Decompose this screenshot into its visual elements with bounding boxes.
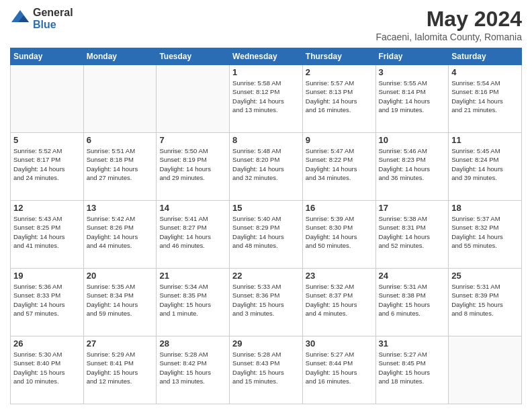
table-row: 19Sunrise: 5:36 AM Sunset: 8:33 PM Dayli… <box>11 269 84 336</box>
table-row <box>83 65 157 133</box>
day-info: Sunrise: 5:28 AM Sunset: 8:43 PM Dayligh… <box>232 350 300 385</box>
col-tuesday: Tuesday <box>157 48 230 65</box>
day-info: Sunrise: 5:27 AM Sunset: 8:44 PM Dayligh… <box>306 350 373 385</box>
day-info: Sunrise: 5:57 AM Sunset: 8:13 PM Dayligh… <box>306 79 373 114</box>
calendar-week-row: 1Sunrise: 5:58 AM Sunset: 8:12 PM Daylig… <box>11 65 522 133</box>
day-number: 5 <box>13 135 81 145</box>
page: General Blue May 2024 Facaeni, Ialomita … <box>0 0 532 411</box>
table-row: 9Sunrise: 5:47 AM Sunset: 8:22 PM Daylig… <box>302 133 375 201</box>
day-info: Sunrise: 5:46 AM Sunset: 8:23 PM Dayligh… <box>379 146 446 182</box>
table-row: 8Sunrise: 5:48 AM Sunset: 8:20 PM Daylig… <box>230 133 303 201</box>
day-info: Sunrise: 5:45 AM Sunset: 8:24 PM Dayligh… <box>451 146 519 182</box>
day-info: Sunrise: 5:32 AM Sunset: 8:37 PM Dayligh… <box>306 282 373 318</box>
col-wednesday: Wednesday <box>230 48 303 65</box>
day-info: Sunrise: 5:27 AM Sunset: 8:45 PM Dayligh… <box>379 350 446 385</box>
table-row: 23Sunrise: 5:32 AM Sunset: 8:37 PM Dayli… <box>302 269 375 336</box>
table-row: 21Sunrise: 5:34 AM Sunset: 8:35 PM Dayli… <box>157 269 230 336</box>
col-saturday: Saturday <box>449 48 522 65</box>
day-info: Sunrise: 5:54 AM Sunset: 8:16 PM Dayligh… <box>451 79 519 114</box>
table-row <box>157 65 230 133</box>
table-row <box>449 336 522 404</box>
table-row: 20Sunrise: 5:35 AM Sunset: 8:34 PM Dayli… <box>83 269 157 336</box>
day-info: Sunrise: 5:48 AM Sunset: 8:20 PM Dayligh… <box>232 146 300 182</box>
day-info: Sunrise: 5:35 AM Sunset: 8:34 PM Dayligh… <box>87 282 154 318</box>
table-row: 1Sunrise: 5:58 AM Sunset: 8:12 PM Daylig… <box>230 65 303 133</box>
table-row: 25Sunrise: 5:31 AM Sunset: 8:39 PM Dayli… <box>449 269 522 336</box>
day-number: 1 <box>232 67 300 77</box>
day-info: Sunrise: 5:47 AM Sunset: 8:22 PM Dayligh… <box>306 146 373 182</box>
day-info: Sunrise: 5:51 AM Sunset: 8:18 PM Dayligh… <box>87 146 154 182</box>
table-row: 18Sunrise: 5:37 AM Sunset: 8:32 PM Dayli… <box>449 201 522 269</box>
day-number: 12 <box>13 203 81 213</box>
day-number: 22 <box>232 271 300 281</box>
day-number: 21 <box>159 271 226 281</box>
table-row: 7Sunrise: 5:50 AM Sunset: 8:19 PM Daylig… <box>157 133 230 201</box>
day-info: Sunrise: 5:38 AM Sunset: 8:31 PM Dayligh… <box>379 214 446 250</box>
table-row: 26Sunrise: 5:30 AM Sunset: 8:40 PM Dayli… <box>11 336 84 404</box>
col-sunday: Sunday <box>11 48 84 65</box>
table-row: 24Sunrise: 5:31 AM Sunset: 8:38 PM Dayli… <box>375 269 449 336</box>
day-info: Sunrise: 5:39 AM Sunset: 8:30 PM Dayligh… <box>306 214 373 250</box>
day-number: 29 <box>232 338 300 349</box>
day-number: 6 <box>87 135 154 145</box>
day-number: 15 <box>232 203 300 213</box>
day-number: 14 <box>159 203 226 213</box>
logo-general: General <box>33 7 73 19</box>
logo-blue: Blue <box>33 19 73 31</box>
day-number: 13 <box>87 203 154 213</box>
col-monday: Monday <box>83 48 157 65</box>
day-number: 9 <box>306 135 373 145</box>
day-info: Sunrise: 5:52 AM Sunset: 8:17 PM Dayligh… <box>13 146 81 182</box>
day-info: Sunrise: 5:55 AM Sunset: 8:14 PM Dayligh… <box>379 79 446 114</box>
calendar-week-row: 19Sunrise: 5:36 AM Sunset: 8:33 PM Dayli… <box>11 269 522 336</box>
day-info: Sunrise: 5:41 AM Sunset: 8:27 PM Dayligh… <box>159 214 226 250</box>
day-number: 2 <box>306 67 373 77</box>
table-row: 28Sunrise: 5:28 AM Sunset: 8:42 PM Dayli… <box>157 336 230 404</box>
table-row: 29Sunrise: 5:28 AM Sunset: 8:43 PM Dayli… <box>230 336 303 404</box>
day-info: Sunrise: 5:37 AM Sunset: 8:32 PM Dayligh… <box>451 214 519 250</box>
title-block: May 2024 Facaeni, Ialomita County, Roman… <box>375 7 522 42</box>
table-row: 2Sunrise: 5:57 AM Sunset: 8:13 PM Daylig… <box>302 65 375 133</box>
table-row: 13Sunrise: 5:42 AM Sunset: 8:26 PM Dayli… <box>83 201 157 269</box>
table-row: 3Sunrise: 5:55 AM Sunset: 8:14 PM Daylig… <box>375 65 449 133</box>
day-number: 3 <box>379 67 446 77</box>
logo: General Blue <box>10 7 73 30</box>
calendar-week-row: 5Sunrise: 5:52 AM Sunset: 8:17 PM Daylig… <box>11 133 522 201</box>
day-info: Sunrise: 5:31 AM Sunset: 8:38 PM Dayligh… <box>379 282 446 318</box>
day-number: 11 <box>451 135 519 145</box>
table-row: 11Sunrise: 5:45 AM Sunset: 8:24 PM Dayli… <box>449 133 522 201</box>
calendar-table: Sunday Monday Tuesday Wednesday Thursday… <box>10 48 522 404</box>
table-row: 6Sunrise: 5:51 AM Sunset: 8:18 PM Daylig… <box>83 133 157 201</box>
day-info: Sunrise: 5:42 AM Sunset: 8:26 PM Dayligh… <box>87 214 154 250</box>
table-row: 14Sunrise: 5:41 AM Sunset: 8:27 PM Dayli… <box>157 201 230 269</box>
day-number: 20 <box>87 271 154 281</box>
day-number: 26 <box>13 338 81 349</box>
col-thursday: Thursday <box>302 48 375 65</box>
header: General Blue May 2024 Facaeni, Ialomita … <box>10 7 522 42</box>
day-number: 8 <box>232 135 300 145</box>
day-info: Sunrise: 5:30 AM Sunset: 8:40 PM Dayligh… <box>13 350 81 385</box>
main-title: May 2024 <box>375 7 522 32</box>
day-info: Sunrise: 5:28 AM Sunset: 8:42 PM Dayligh… <box>159 350 226 385</box>
day-number: 17 <box>379 203 446 213</box>
table-row: 15Sunrise: 5:40 AM Sunset: 8:29 PM Dayli… <box>230 201 303 269</box>
day-info: Sunrise: 5:43 AM Sunset: 8:25 PM Dayligh… <box>13 214 81 250</box>
day-info: Sunrise: 5:58 AM Sunset: 8:12 PM Dayligh… <box>232 79 300 114</box>
day-info: Sunrise: 5:40 AM Sunset: 8:29 PM Dayligh… <box>232 214 300 250</box>
day-number: 18 <box>451 203 519 213</box>
table-row: 16Sunrise: 5:39 AM Sunset: 8:30 PM Dayli… <box>302 201 375 269</box>
table-row: 10Sunrise: 5:46 AM Sunset: 8:23 PM Dayli… <box>375 133 449 201</box>
day-number: 4 <box>451 67 519 77</box>
table-row: 5Sunrise: 5:52 AM Sunset: 8:17 PM Daylig… <box>11 133 84 201</box>
table-row: 4Sunrise: 5:54 AM Sunset: 8:16 PM Daylig… <box>449 65 522 133</box>
calendar-week-row: 12Sunrise: 5:43 AM Sunset: 8:25 PM Dayli… <box>11 201 522 269</box>
day-number: 30 <box>306 338 373 349</box>
logo-text: General Blue <box>33 7 73 30</box>
day-number: 19 <box>13 271 81 281</box>
day-number: 31 <box>379 338 446 349</box>
calendar-header-row: Sunday Monday Tuesday Wednesday Thursday… <box>11 48 522 65</box>
day-number: 10 <box>379 135 446 145</box>
table-row <box>11 65 84 133</box>
day-number: 27 <box>87 338 154 349</box>
table-row: 27Sunrise: 5:29 AM Sunset: 8:41 PM Dayli… <box>83 336 157 404</box>
